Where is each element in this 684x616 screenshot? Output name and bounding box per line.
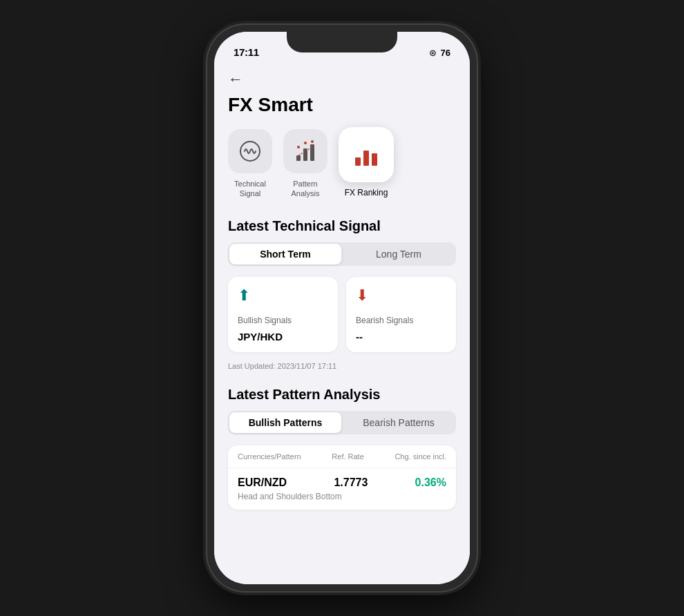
ref-rate-value: 1.7773 [334, 477, 368, 489]
pattern-analysis-label: PatternAnalysis [292, 179, 320, 199]
fx-ranking-label: FX Ranking [345, 188, 388, 199]
pattern-analysis-icon [294, 140, 316, 162]
bearish-signal-card: ⬇ Bearish Signals -- [346, 277, 456, 352]
pattern-analysis-section-title: Latest Pattern Analysis [214, 381, 470, 411]
wifi-icon: ⊛ [429, 48, 437, 58]
phone-screen: 17:11 ⊛ 76 ← FX Smart [214, 32, 470, 584]
technical-signal-label: TechnicalSignal [234, 179, 266, 199]
tab-short-term[interactable]: Short Term [229, 244, 341, 264]
status-icons: ⊛ 76 [429, 48, 450, 58]
signal-wave-icon [239, 140, 261, 162]
technical-signal-icon-circle [228, 129, 272, 173]
tab-long-term[interactable]: Long Term [343, 244, 455, 264]
icon-menu: TechnicalSignal [214, 127, 470, 213]
svg-rect-10 [372, 153, 377, 166]
bearish-signal-value: -- [356, 331, 446, 343]
pattern-analysis-icon-circle [283, 129, 327, 173]
sidebar-item-technical-signal[interactable]: TechnicalSignal [228, 129, 272, 199]
svg-rect-8 [355, 157, 361, 166]
bullish-arrow-icon: ⬆ [238, 287, 328, 305]
pattern-name: Head and Shoulders Bottom [238, 492, 446, 501]
table-row-top: EUR/NZD 1.7773 0.36% [238, 477, 446, 489]
svg-point-5 [304, 142, 307, 144]
col-currencies-header: Currencies/Pattern [238, 452, 301, 461]
bullish-signal-card: ⬆ Bullish Signals JPY/HKD [228, 277, 338, 352]
currency-pair: EUR/NZD [238, 477, 287, 489]
svg-rect-9 [363, 151, 369, 166]
bullish-signal-value: JPY/HKD [238, 331, 328, 343]
pattern-analysis-tabs[interactable]: Bullish Patterns Bearish Patterns [228, 411, 456, 434]
tab-bullish-patterns[interactable]: Bullish Patterns [229, 412, 341, 433]
bearish-signal-label: Bearish Signals [356, 316, 446, 325]
tab-bearish-patterns[interactable]: Bearish Patterns [343, 412, 455, 433]
svg-rect-3 [310, 144, 314, 161]
bottom-spacer [214, 518, 470, 539]
col-ref-rate-header: Ref. Rate [332, 452, 363, 461]
technical-signal-tabs[interactable]: Short Term Long Term [228, 242, 456, 266]
bullish-signal-label: Bullish Signals [238, 316, 328, 325]
sidebar-item-fx-ranking[interactable]: FX Ranking [339, 127, 394, 199]
sidebar-item-pattern-analysis[interactable]: PatternAnalysis [283, 129, 327, 199]
bearish-arrow-icon: ⬇ [356, 287, 446, 305]
pattern-table: Currencies/Pattern Ref. Rate Chg. since … [228, 445, 456, 510]
fx-ranking-icon-circle [339, 127, 394, 182]
table-row[interactable]: EUR/NZD 1.7773 0.36% Head and Shoulders … [228, 468, 456, 510]
col-chg-header: Chg. since incl. [395, 452, 446, 461]
svg-point-7 [311, 140, 314, 143]
battery-level: 76 [441, 48, 450, 58]
technical-signal-section-title: Latest Technical Signal [214, 213, 470, 242]
svg-point-6 [297, 146, 300, 148]
table-header-row: Currencies/Pattern Ref. Rate Chg. since … [228, 445, 456, 468]
back-button[interactable]: ← [214, 62, 470, 91]
phone-frame: 17:11 ⊛ 76 ← FX Smart [207, 25, 477, 591]
status-time: 17:11 [234, 46, 259, 58]
back-arrow-icon[interactable]: ← [228, 70, 243, 88]
chg-value: 0.36% [415, 477, 446, 489]
battery-indicator: 76 [441, 48, 450, 58]
phone-notch [287, 32, 397, 52]
page-title: FX Smart [214, 91, 470, 127]
screen-content[interactable]: ← FX Smart TechnicalSignal [214, 62, 470, 584]
signal-cards-row: ⬆ Bullish Signals JPY/HKD ⬇ Bearish Sign… [214, 277, 470, 359]
fx-ranking-icon [352, 141, 380, 169]
last-updated-text: Last Updated: 2023/11/07 17:11 [214, 359, 470, 381]
